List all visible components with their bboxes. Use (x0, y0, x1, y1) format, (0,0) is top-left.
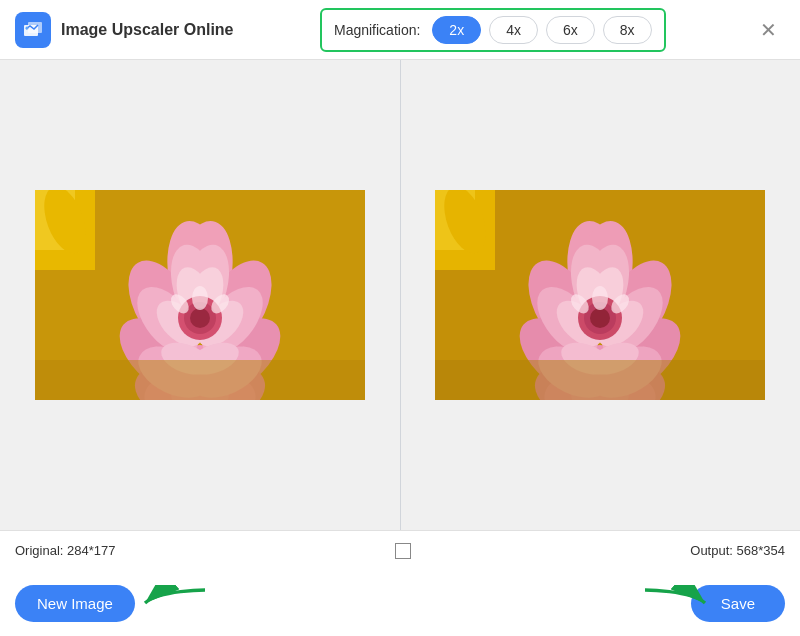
footer: New Image Save (0, 570, 800, 636)
right-arrow-icon (640, 585, 710, 621)
compare-icon[interactable] (395, 543, 411, 559)
svg-point-67 (592, 286, 608, 310)
mag-8x-button[interactable]: 8x (603, 16, 652, 44)
svg-rect-70 (435, 360, 765, 400)
output-image (435, 190, 765, 400)
app-branding: Image Upscaler Online (15, 12, 234, 48)
original-dimensions: Original: 284*177 (15, 543, 115, 558)
status-bar: Original: 284*177 Output: 568*354 (0, 530, 800, 570)
svg-point-33 (192, 286, 208, 310)
app-header: Image Upscaler Online Magnification: 2x … (0, 0, 800, 60)
svg-point-66 (590, 308, 610, 328)
svg-point-2 (26, 26, 29, 29)
magnification-controls: Magnification: 2x 4x 6x 8x (320, 8, 666, 52)
mag-2x-button[interactable]: 2x (432, 16, 481, 44)
new-image-button[interactable]: New Image (15, 585, 135, 622)
original-image (35, 190, 365, 400)
mag-4x-button[interactable]: 4x (489, 16, 538, 44)
app-icon (15, 12, 51, 48)
svg-rect-36 (35, 360, 365, 400)
close-button[interactable]: ✕ (752, 14, 785, 46)
mag-6x-button[interactable]: 6x (546, 16, 595, 44)
output-image-panel (401, 60, 801, 530)
svg-point-32 (190, 308, 210, 328)
compare-control[interactable] (395, 543, 411, 559)
original-image-panel (0, 60, 401, 530)
app-title: Image Upscaler Online (61, 21, 234, 39)
output-dimensions: Output: 568*354 (690, 543, 785, 558)
magnification-label: Magnification: (334, 22, 420, 38)
left-arrow-icon (140, 585, 210, 621)
main-content (0, 60, 800, 530)
